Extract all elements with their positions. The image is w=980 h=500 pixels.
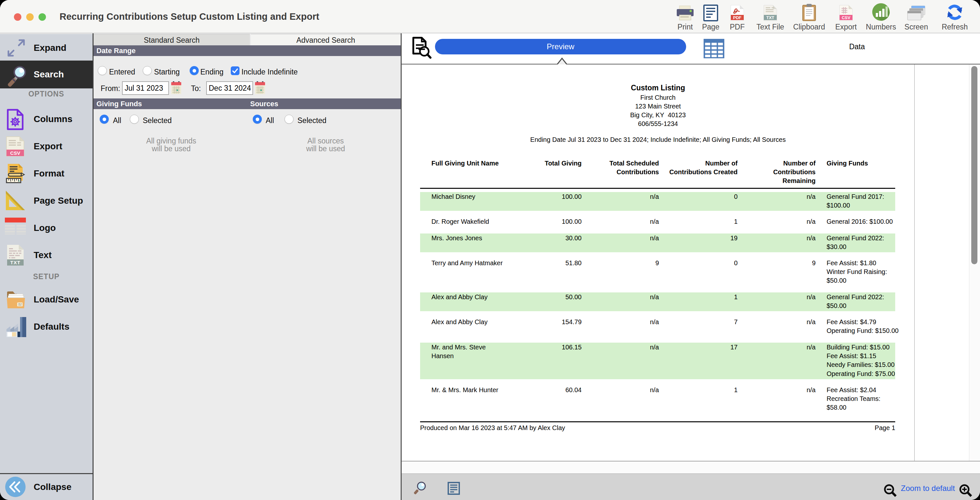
svg-text:PDF: PDF xyxy=(733,15,741,20)
svg-text:TXT: TXT xyxy=(10,260,21,265)
svg-text:CSV: CSV xyxy=(10,150,21,156)
svg-text:TXT: TXT xyxy=(767,15,775,20)
svg-text:CSV: CSV xyxy=(842,15,851,20)
